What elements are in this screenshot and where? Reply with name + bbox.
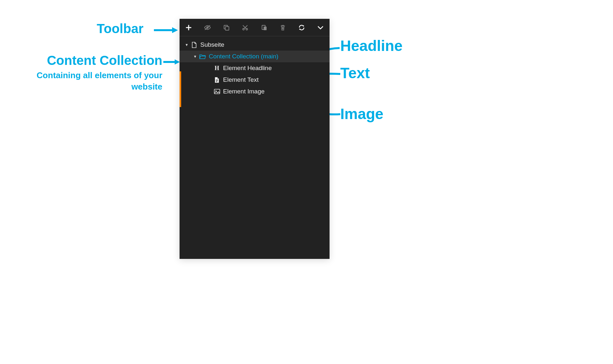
paste-icon (261, 24, 267, 31)
copy-button[interactable] (222, 23, 231, 32)
refresh-icon (298, 24, 305, 31)
image-icon (213, 89, 220, 94)
tree-node-label: Element Text (223, 76, 258, 83)
svg-point-11 (243, 28, 244, 30)
tree-node-headline[interactable]: H Element Headline (180, 62, 330, 74)
annotation-content-collection: Content Collection Containing all elemen… (7, 53, 162, 92)
annotation-cc-title: Content Collection (7, 53, 162, 68)
paste-button[interactable] (259, 23, 269, 32)
tree-node-page[interactable]: ▼ Subseite (180, 39, 330, 51)
svg-marker-3 (175, 59, 180, 65)
tree-node-label: Element Headline (223, 65, 272, 72)
hide-button[interactable] (203, 23, 212, 32)
add-button[interactable] (184, 23, 193, 32)
trash-icon (280, 24, 286, 31)
tree-node-text[interactable]: Element Text (180, 74, 330, 86)
annotation-cc-sub: Containing all elements of your website (7, 70, 162, 92)
annotation-toolbar-label: Toolbar (97, 21, 144, 36)
tree-node-label: Element Image (223, 88, 265, 95)
eye-slash-icon (204, 25, 211, 30)
svg-marker-1 (172, 27, 178, 33)
annotation-toolbar: Toolbar (97, 21, 144, 36)
heading-icon: H (213, 65, 220, 72)
plus-icon (186, 25, 192, 30)
folder-open-icon (199, 54, 206, 59)
caret-icon[interactable]: ▼ (193, 55, 198, 58)
tree-node-image[interactable]: Element Image (180, 86, 330, 97)
structure-tree-panel: ▼ Subseite ▼ Content Collection (main) H… (180, 19, 330, 259)
file-icon (191, 42, 198, 48)
selection-indicator (180, 71, 181, 107)
annotation-text: Text (340, 64, 370, 82)
svg-rect-10 (225, 27, 229, 30)
scissors-icon (242, 24, 248, 31)
annotation-image: Image (340, 105, 383, 123)
tree-node-label: Subseite (200, 41, 224, 48)
annotation-headline: Headline (340, 37, 403, 55)
copy-icon (223, 24, 230, 31)
chevron-down-icon (318, 26, 323, 30)
caret-icon[interactable]: ▼ (184, 43, 189, 47)
svg-rect-20 (214, 89, 220, 94)
file-text-icon (213, 77, 220, 83)
delete-button[interactable] (278, 23, 287, 32)
tree-node-content-collection[interactable]: ▼ Content Collection (main) (180, 51, 330, 62)
collapse-button[interactable] (316, 23, 325, 32)
svg-point-12 (246, 28, 248, 30)
svg-rect-14 (264, 27, 267, 30)
toolbar (180, 19, 330, 36)
cut-button[interactable] (241, 23, 250, 32)
refresh-button[interactable] (297, 23, 306, 32)
tree: ▼ Subseite ▼ Content Collection (main) H… (180, 36, 330, 97)
arrow-content-collection (162, 58, 181, 66)
arrow-toolbar (153, 25, 179, 35)
tree-node-label: Content Collection (main) (209, 53, 278, 60)
